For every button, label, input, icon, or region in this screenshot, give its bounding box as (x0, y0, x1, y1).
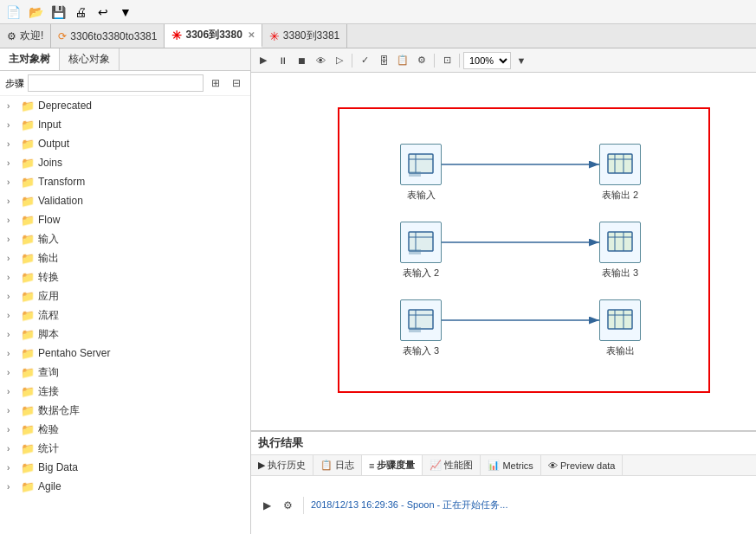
log-icon: 📋 (320, 460, 333, 471)
tree-sjck[interactable]: › 📁 数据仓库 (0, 401, 250, 420)
tree-flow[interactable]: › 📁 Flow (0, 210, 250, 229)
tab-perf[interactable]: 📈 性能图 (423, 455, 481, 475)
preview-btn[interactable]: 👁 (312, 52, 329, 69)
tree-shuchu[interactable]: › 📁 输出 (0, 248, 250, 267)
fit-btn[interactable]: ⊡ (438, 52, 456, 69)
tab-welcome[interactable]: ⚙ 欢迎! (0, 24, 51, 48)
tab-welcome-label: 欢迎! (20, 29, 43, 43)
zoom-select[interactable]: 25% 50% 75% 100% 150% 200% (463, 52, 511, 69)
tree-shuru[interactable]: › 📁 输入 (0, 229, 250, 248)
top-toolbar: 📄 📂 💾 🖨 ↩ ▼ (0, 0, 756, 24)
tab-flow1[interactable]: ⟳ 3306to3380to3381 (51, 24, 165, 48)
tree-liucheng-label: 流程 (38, 308, 59, 323)
folder-liucheng-icon: 📁 (21, 309, 35, 322)
node-table-output-3[interactable]: 表输出 3 (599, 222, 641, 280)
chevron-output-icon: › (7, 139, 17, 149)
tree-output-label: Output (38, 138, 69, 150)
collapse-all-btn[interactable]: ⊟ (228, 74, 245, 92)
tree-validation[interactable]: › 📁 Validation (0, 191, 250, 210)
tab-log[interactable]: 📋 日志 (313, 455, 362, 475)
run-arrow-btn[interactable]: ▷ (331, 52, 348, 69)
tab-metrics[interactable]: 📊 Metrics (481, 455, 540, 475)
open-btn[interactable]: 📂 (26, 3, 45, 22)
tab-core-obj[interactable]: 核心对象 (60, 48, 120, 70)
tree-deprecated[interactable]: › 📁 Deprecated (0, 96, 250, 115)
tree-lianjie-label: 连接 (38, 384, 59, 399)
chevron-chaxun-icon: › (7, 368, 17, 377)
run-btn[interactable]: ▶ (255, 52, 272, 69)
tree-chaxun[interactable]: › 📁 查询 (0, 363, 250, 382)
settings-btn[interactable]: ⚙ (413, 52, 430, 69)
node-table-output-1[interactable]: 表输出 (599, 299, 641, 357)
node-table-input-1[interactable]: 表输入 (400, 144, 442, 202)
save-btn[interactable]: 💾 (48, 3, 68, 22)
chevron-yingyong-icon: › (7, 292, 17, 301)
tree-liucheng[interactable]: › 📁 流程 (0, 306, 250, 325)
tree-bigdata[interactable]: › 📁 Big Data (0, 458, 250, 477)
tab-flow3[interactable]: ✳ 3380到3381 (262, 24, 347, 48)
check-btn[interactable]: ✓ (356, 52, 373, 69)
perf-icon: 📈 (430, 460, 442, 471)
node-table-input-2[interactable]: 表输入 2 (400, 222, 442, 280)
tab-steps[interactable]: ≡ 步骤度量 (362, 455, 423, 475)
sep3 (459, 54, 460, 68)
node-table-input-3[interactable]: 表输入 3 (400, 299, 442, 357)
folder-yingyong-icon: 📁 (21, 290, 35, 303)
tree-container[interactable]: › 📁 Deprecated › 📁 Input › 📁 Output › 📁 … (0, 96, 250, 534)
chevron-pentaho-icon: › (7, 349, 17, 358)
folder-transform-icon: 📁 (21, 176, 35, 189)
tab-flow2[interactable]: ✳ 3306到3380 ✕ (165, 24, 262, 48)
tree-zhuanhuan-label: 转换 (38, 270, 59, 285)
table-output-3-icon (599, 222, 641, 263)
dropdown-btn[interactable]: ▼ (116, 3, 135, 22)
print-btn[interactable]: 🖨 (71, 3, 90, 22)
search-input[interactable] (28, 74, 204, 92)
node-table-output-2[interactable]: 表输出 2 (599, 144, 641, 202)
log-btn[interactable]: 📋 (394, 52, 411, 69)
refresh-btn[interactable]: ↩ (94, 3, 113, 22)
tree-zhuanhuan[interactable]: › 📁 转换 (0, 267, 250, 286)
chevron-joins-icon: › (7, 158, 17, 168)
bottom-tabs: ▶ 执行历史 📋 日志 ≡ 步骤度量 📈 性能图 📊 Metrics (251, 455, 756, 476)
tree-transform[interactable]: › 📁 Transform (0, 172, 250, 191)
folder-sjck-icon: 📁 (21, 404, 35, 417)
db-btn[interactable]: 🗄 (375, 52, 392, 69)
tree-input-label: Input (38, 119, 61, 131)
tree-output[interactable]: › 📁 Output (0, 134, 250, 153)
new-btn[interactable]: 📄 (3, 3, 23, 22)
tree-pentaho[interactable]: › 📁 Pentaho Server (0, 344, 250, 363)
tab-preview[interactable]: 👁 Preview data (541, 455, 624, 475)
chevron-shuchu-icon: › (7, 254, 17, 263)
tree-yingyong[interactable]: › 📁 应用 (0, 286, 250, 306)
folder-deprecated-icon: 📁 (21, 100, 35, 113)
zoom-dropdown-btn[interactable]: ▼ (513, 52, 530, 69)
tab-flow2-close[interactable]: ✕ (248, 30, 255, 40)
tree-jiaoben[interactable]: › 📁 脚本 (0, 325, 250, 344)
tree-shuchu-label: 输出 (38, 251, 59, 266)
tree-flow-label: Flow (38, 214, 60, 226)
tab-exec-history[interactable]: ▶ 执行历史 (251, 455, 313, 475)
tree-transform-label: Transform (38, 176, 85, 188)
tab-bar: ⚙ 欢迎! ⟳ 3306to3380to3381 ✳ 3306到3380 ✕ ✳… (0, 24, 756, 48)
folder-jiaoyan-icon: 📁 (21, 423, 35, 436)
tab-main-tree[interactable]: 主对象树 (0, 48, 60, 70)
tree-joins[interactable]: › 📁 Joins (0, 153, 250, 172)
stop-btn[interactable]: ⏹ (293, 52, 310, 69)
chevron-deprecated-icon: › (7, 101, 17, 111)
folder-output-icon: 📁 (21, 138, 35, 151)
tree-jiaoyan[interactable]: › 📁 检验 (0, 420, 250, 439)
pause-btn[interactable]: ⏸ (274, 52, 291, 69)
tree-input[interactable]: › 📁 Input (0, 115, 250, 134)
expand-all-btn[interactable]: ⊞ (207, 74, 224, 92)
tree-tongji[interactable]: › 📁 统计 (0, 439, 250, 458)
canvas[interactable]: 表输入 表输出 2 (251, 73, 756, 430)
metrics-label: Metrics (502, 460, 533, 471)
chevron-tongji-icon: › (7, 444, 17, 454)
bottom-run-btn[interactable]: ▶ (258, 497, 275, 514)
bottom-settings-btn[interactable]: ⚙ (279, 497, 296, 514)
tree-agile[interactable]: › 📁 Agile (0, 477, 250, 496)
folder-zhuanhuan-icon: 📁 (21, 271, 35, 284)
tab-flow2-label: 3306到3380 (185, 28, 242, 42)
tree-joins-label: Joins (38, 157, 62, 169)
tree-lianjie[interactable]: › 📁 连接 (0, 382, 250, 401)
